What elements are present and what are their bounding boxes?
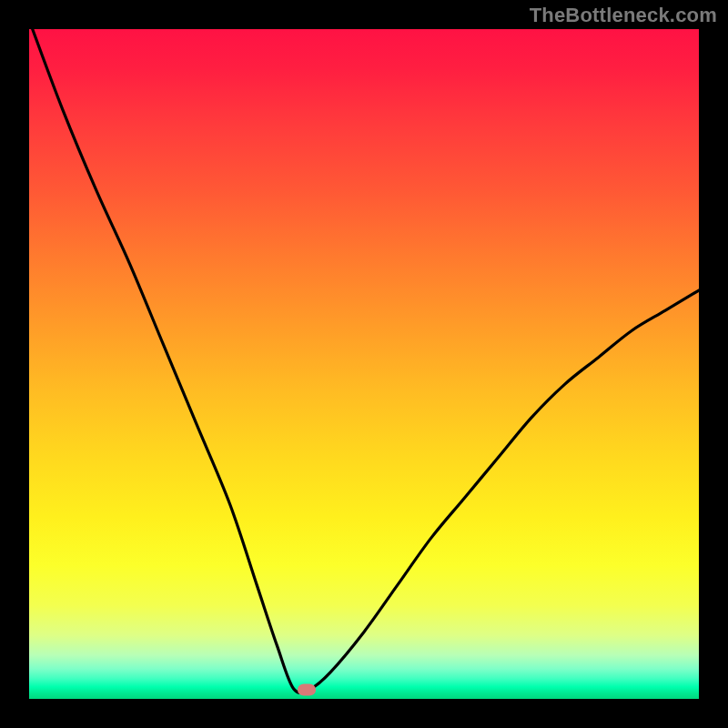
optimal-point-marker: [298, 684, 316, 696]
watermark-text: TheBottleneck.com: [530, 4, 717, 27]
chart-frame: TheBottleneck.com: [0, 0, 728, 728]
bottleneck-curve: [29, 29, 699, 699]
plot-area: [29, 29, 699, 699]
